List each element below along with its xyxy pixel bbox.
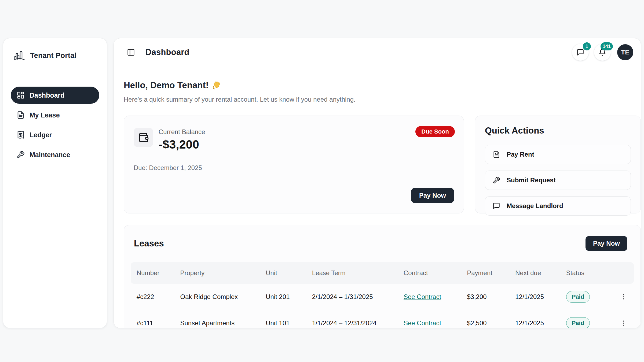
sidebar-item-label: My Lease [30,111,60,119]
table-row: #c111 Sunset Apartments Unit 101 1/1/202… [131,310,634,328]
cell-unit: Unit 201 [262,284,309,310]
cell-lease-term: 2/1/2024 – 1/31/2025 [309,284,400,310]
avatar[interactable]: TE [617,44,633,60]
sidebar-item-label: Dashboard [30,91,65,99]
chat-bubble-icon [577,49,584,56]
due-date-text: Due: December 1, 2025 [134,164,454,172]
buildings-logo-icon [13,49,26,62]
page-title: Dashboard [145,47,189,57]
sidebar-nav: Dashboard My Lease Ledger [11,87,99,163]
greeting-subtitle: Here's a quick summary of your rental ac… [124,96,641,103]
cell-payment: $3,200 [464,284,512,310]
see-contract-link[interactable]: See Contract [404,319,441,327]
brand: Tenant Portal [11,49,99,62]
col-next-due: Next due [512,262,563,284]
topbar: Dashboard 1 141 TE [114,38,641,66]
cell-property: Oak Ridge Complex [177,284,263,310]
cell-lease-term: 1/1/2024 – 12/31/2024 [309,310,400,328]
cell-payment: $2,500 [464,310,512,328]
see-contract-link[interactable]: See Contract [404,293,441,300]
wrench-icon [17,151,25,159]
wave-emoji-icon [212,80,222,90]
pay-now-button[interactable]: Pay Now [411,188,454,203]
topbar-actions: 1 141 TE [572,44,636,61]
status-badge: Paid [566,317,590,328]
sidebar-item-ledger[interactable]: Ledger [11,126,99,143]
leases-title: Leases [134,238,164,249]
summary-row: Current Balance -$3,200 Due Soon Due: De… [124,116,641,213]
sidebar-item-label: Ledger [30,131,52,139]
status-badge: Paid [566,291,590,303]
cell-property: Sunset Apartments [177,310,263,328]
content: Hello, Demo Tenant! Here's a quick summa… [114,66,641,328]
sidebar-item-dashboard[interactable]: Dashboard [11,87,99,104]
col-number: Number [131,262,177,284]
col-lease-term: Lease Term [309,262,400,284]
cell-number: #c111 [131,310,177,328]
wrench-icon [493,176,500,184]
message-landlord-button[interactable]: Message Landlord [485,196,631,216]
file-text-icon [17,111,25,119]
dashboard-grid-icon [17,91,25,99]
pay-rent-button[interactable]: Pay Rent [485,145,631,164]
quick-actions-title: Quick Actions [485,125,631,136]
row-menu-button[interactable] [617,291,629,303]
main-panel: Dashboard 1 141 TE [114,38,641,328]
file-text-icon [493,151,500,158]
leases-table: Number Property Unit Lease Term Contract… [131,262,634,328]
cell-next-due: 12/1/2025 [512,310,563,328]
receipt-dollar-icon [17,131,25,139]
col-contract: Contract [400,262,464,284]
col-unit: Unit [262,262,309,284]
col-property: Property [177,262,263,284]
row-menu-button[interactable] [617,317,629,328]
table-header-row: Number Property Unit Lease Term Contract… [131,262,634,284]
sidebar-toggle-icon[interactable] [125,46,137,59]
submit-request-button[interactable]: Submit Request [485,171,631,190]
notifications-count-badge: 141 [601,42,613,50]
table-row: #c222 Oak Ridge Complex Unit 201 2/1/202… [131,284,634,310]
quick-actions-list: Pay Rent Submit Request [485,145,631,216]
col-payment: Payment [464,262,512,284]
quick-actions-card: Quick Actions Pay Rent [475,116,641,213]
balance-card: Current Balance -$3,200 Due Soon Due: De… [124,116,464,213]
notifications-button[interactable]: 141 [594,44,611,61]
table-body: #c222 Oak Ridge Complex Unit 201 2/1/202… [131,284,634,328]
cell-next-due: 12/1/2025 [512,284,563,310]
leases-card: Leases Pay Now Number Property Unit Leas… [124,225,641,328]
cell-number: #c222 [131,284,177,310]
chat-bubble-icon [493,202,500,210]
balance-label: Current Balance [159,128,205,136]
messages-count-badge: 1 [583,42,591,50]
cell-unit: Unit 101 [262,310,309,328]
wallet-icon [134,128,153,147]
sidebar-item-label: Maintenance [30,151,70,159]
sidebar-item-maintenance[interactable]: Maintenance [11,146,99,163]
due-soon-badge: Due Soon [415,126,455,137]
balance-amount: -$3,200 [159,138,205,151]
brand-title: Tenant Portal [30,51,76,60]
messages-button[interactable]: 1 [572,44,589,61]
sidebar-item-my-lease[interactable]: My Lease [11,106,99,124]
leases-pay-now-button[interactable]: Pay Now [586,236,627,251]
col-status: Status [563,262,614,284]
sidebar: Tenant Portal Dashboard My Lease [3,38,107,328]
greeting-title: Hello, Demo Tenant! [124,80,641,90]
